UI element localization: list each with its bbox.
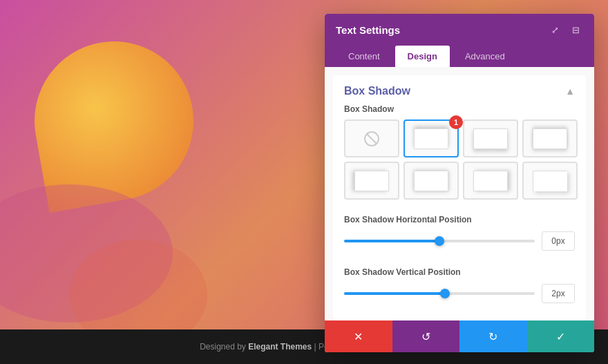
shadow-option-both[interactable] [522, 119, 578, 157]
slider-vertical-fill [344, 292, 445, 295]
panel-title: Text Settings [336, 24, 400, 36]
slider-horizontal-row: 0px [344, 231, 575, 251]
tab-advanced[interactable]: Advanced [453, 46, 517, 67]
slider-vertical-track[interactable] [344, 292, 535, 295]
cancel-button[interactable]: ✕ [325, 320, 392, 352]
shadow-option-none[interactable] [344, 119, 399, 157]
shadow-option-bottom[interactable] [463, 119, 518, 157]
section-collapse-icon[interactable]: ▲ [565, 86, 575, 97]
selection-badge: 1 [449, 115, 463, 129]
slider-vertical-thumb[interactable] [440, 289, 450, 298]
shadow-preview-left [354, 171, 389, 191]
slider-vertical-value[interactable]: 2px [542, 284, 575, 303]
section-header: Box Shadow ▲ [333, 75, 586, 104]
slider-horizontal-section: Box Shadow Horizontal Position 0px [333, 208, 586, 260]
panel-footer: ✕ ↺ ↻ ✓ [325, 320, 594, 352]
slider-vertical-section: Box Shadow Vertical Position 2px [333, 260, 586, 313]
shadow-option-right[interactable] [463, 162, 518, 200]
shadow-option-left[interactable] [344, 162, 399, 200]
shadow-preview-both [533, 128, 567, 149]
shadow-preview-corner [533, 171, 567, 191]
slider-horizontal-fill [344, 240, 439, 242]
slider-blur-section: Box Shadow Blur Strength 18px [333, 313, 586, 320]
box-shadow-section: Box Shadow ▲ Box Shadow 1 [333, 75, 586, 320]
shadow-preview-center [414, 171, 448, 191]
columns-icon[interactable]: ⊟ [568, 22, 583, 37]
slider-vertical-row: 2px [344, 284, 575, 303]
slider-horizontal-value[interactable]: 0px [542, 231, 575, 251]
slider-horizontal-label: Box Shadow Horizontal Position [344, 215, 575, 224]
shadow-preview-bottom [473, 128, 508, 149]
cancel-icon: ✕ [354, 330, 363, 343]
expand-icon[interactable]: ⤢ [547, 22, 562, 37]
redo-button[interactable]: ↻ [459, 320, 527, 352]
confirm-icon: ✓ [556, 330, 565, 343]
section-title: Box Shadow [344, 85, 410, 97]
svg-line-1 [367, 134, 377, 144]
reset-button[interactable]: ↺ [392, 320, 460, 352]
shadow-option-corner[interactable] [522, 162, 578, 200]
confirm-button[interactable]: ✓ [527, 320, 595, 352]
shadow-option-top[interactable]: 1 [403, 119, 459, 157]
tabs-bar: Content Design Advanced [325, 46, 594, 67]
shadow-options-grid: 1 [333, 119, 586, 208]
slider-vertical-label: Box Shadow Vertical Position [344, 267, 575, 277]
slider-horizontal-thumb[interactable] [435, 236, 444, 246]
tab-content[interactable]: Content [336, 46, 392, 67]
text-settings-panel: Text Settings ⤢ ⊟ Content Design Advance… [325, 14, 594, 352]
tab-design[interactable]: Design [395, 46, 450, 67]
shadow-preview-top [414, 128, 448, 149]
shadow-option-center[interactable] [403, 162, 459, 200]
slider-horizontal-track[interactable] [344, 240, 535, 242]
panel-header: Text Settings ⤢ ⊟ [325, 14, 594, 46]
panel-body: Box Shadow ▲ Box Shadow 1 [325, 67, 594, 320]
reset-icon: ↺ [421, 330, 430, 343]
redo-icon: ↻ [488, 330, 497, 343]
panel-header-icons: ⤢ ⊟ [547, 22, 583, 37]
shadow-preview-right [473, 171, 508, 191]
